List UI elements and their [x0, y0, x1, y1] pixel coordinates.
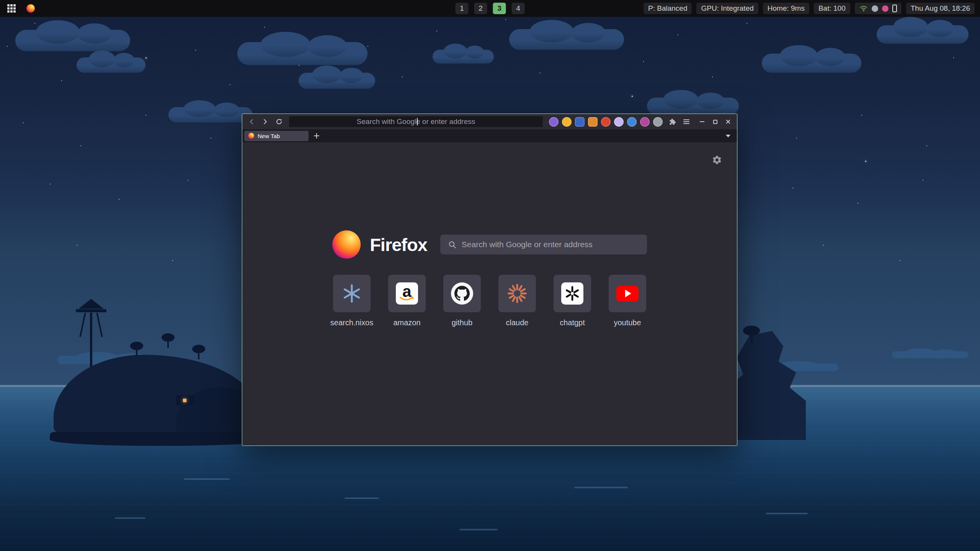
shortcut-amazon-card[interactable]: a: [388, 275, 426, 312]
shortcut-label: search.nixos: [330, 318, 373, 327]
wifi-icon[interactable]: [859, 4, 868, 13]
palm-tree-silhouette: [192, 345, 205, 360]
close-icon: [725, 119, 731, 124]
workspace-2-button[interactable]: 2: [474, 3, 487, 14]
urlbar-input[interactable]: [289, 116, 543, 127]
shortcut-search-nixos-card[interactable]: [333, 275, 371, 312]
addon-blue-icon[interactable]: [575, 117, 585, 127]
tab-new-tab[interactable]: New Tab: [244, 131, 309, 141]
tree-silhouette: [743, 326, 760, 342]
device-battery-icon[interactable]: [892, 5, 897, 12]
shortcut-amazon: a amazon: [388, 275, 426, 327]
workspace-4-button[interactable]: 4: [512, 3, 525, 14]
wallpaper-cloud: [647, 98, 739, 114]
urlbar[interactable]: [289, 116, 543, 127]
navigation-toolbar: [242, 114, 737, 129]
newtab-search-input[interactable]: [462, 240, 639, 249]
star-icon: [145, 57, 147, 59]
claude-starburst-icon: [507, 283, 528, 304]
topbar: 1 2 3 4 P: Balanced GPU: Integrated Home…: [0, 0, 980, 17]
system-tray: [855, 3, 902, 14]
ping-status: Home: 9ms: [763, 3, 809, 14]
shortcut-tiles: search.nixos a amazon: [333, 275, 646, 327]
firefox-window: New Tab Firefox: [242, 114, 737, 446]
battery-status: Bat: 100: [814, 3, 850, 14]
gpu-status: GPU: Integrated: [696, 3, 758, 14]
wallpaper-island-right: [725, 331, 806, 440]
hamburger-icon: [683, 118, 689, 125]
addon-lavender-icon[interactable]: [614, 117, 624, 127]
puzzle-icon: [669, 118, 676, 126]
app-launcher-icon[interactable]: [5, 2, 18, 15]
shortcut-label: github: [452, 318, 473, 327]
wave-highlight: [574, 487, 628, 488]
amazon-smile-icon: [400, 296, 414, 302]
shortcut-github: github: [443, 275, 481, 327]
github-octocat-icon: [451, 282, 473, 305]
wallpaper-cloud: [168, 107, 253, 122]
menu-button[interactable]: [680, 116, 693, 127]
wallpaper-cloud: [237, 42, 368, 65]
maximize-icon: [713, 120, 717, 124]
wallpaper-cloud: [877, 25, 969, 44]
tab-bar: New Tab: [242, 129, 737, 142]
firefox-dock-icon[interactable]: [24, 2, 37, 15]
firefox-favicon-icon: [248, 133, 254, 139]
close-button[interactable]: [722, 116, 734, 127]
tab-title: New Tab: [258, 133, 280, 139]
firefox-logo: [332, 230, 361, 259]
shortcut-chatgpt-card[interactable]: [554, 275, 591, 312]
firefox-logo-icon: [26, 4, 35, 13]
shortcut-youtube-card[interactable]: [609, 275, 646, 312]
back-button[interactable]: [245, 116, 258, 127]
shortcut-youtube: youtube: [609, 275, 646, 327]
shortcut-github-card[interactable]: [443, 275, 481, 312]
reload-button[interactable]: [273, 116, 285, 127]
newtab-settings-button[interactable]: [711, 154, 723, 166]
palm-tree-silhouette: [130, 342, 143, 357]
openai-knot-icon: [561, 282, 583, 305]
power-profile-status: P: Balanced: [644, 3, 692, 14]
shortcut-label: claude: [506, 318, 529, 327]
shortcut-label: amazon: [393, 318, 420, 327]
extensions-button[interactable]: [666, 116, 679, 127]
new-tab-button[interactable]: [312, 131, 322, 141]
bluetooth-icon[interactable]: [872, 5, 878, 12]
chevron-down-icon: [726, 135, 730, 137]
maximize-button[interactable]: [709, 116, 721, 127]
wallpaper-cloud: [762, 54, 861, 73]
addon-grey-icon[interactable]: [653, 117, 663, 127]
minimize-icon: [700, 121, 704, 122]
addon-red-icon[interactable]: [601, 117, 611, 127]
reload-icon: [276, 118, 283, 125]
wave-highlight: [459, 529, 498, 530]
addon-purple-icon[interactable]: [549, 117, 559, 127]
newtab-search[interactable]: [440, 235, 647, 254]
youtube-play-icon: [616, 286, 639, 302]
workspace-switcher: 1 2 3 4: [456, 3, 525, 14]
minimize-button[interactable]: [696, 116, 708, 127]
firefox-wordmark: Firefox: [370, 234, 427, 255]
indicator-icon[interactable]: [882, 5, 889, 12]
cliff-silhouette: [725, 331, 806, 440]
wave-highlight: [345, 497, 379, 499]
window-controls: [696, 116, 734, 127]
hut-with-lit-window: [176, 395, 194, 405]
new-tab-page: Firefox: [242, 142, 737, 445]
shortcut-claude-card[interactable]: [498, 275, 536, 312]
forward-button[interactable]: [259, 116, 271, 127]
newtab-hero: Firefox: [332, 230, 647, 259]
workspace-3-button[interactable]: 3: [493, 3, 506, 14]
wallpaper-cloud-low: [892, 351, 969, 358]
workspace-1-button[interactable]: 1: [456, 3, 469, 14]
wave-highlight: [766, 513, 808, 514]
amazon-icon: a: [396, 282, 418, 305]
wave-highlight: [184, 478, 230, 480]
list-all-tabs-button[interactable]: [723, 131, 733, 141]
addon-magenta-icon[interactable]: [640, 117, 650, 127]
wallpaper-cloud: [509, 29, 624, 50]
addon-skyblue-icon[interactable]: [627, 117, 637, 127]
wallpaper-cloud: [77, 57, 145, 73]
addon-orange-icon[interactable]: [588, 117, 598, 127]
addon-yellow-icon[interactable]: [562, 117, 572, 127]
